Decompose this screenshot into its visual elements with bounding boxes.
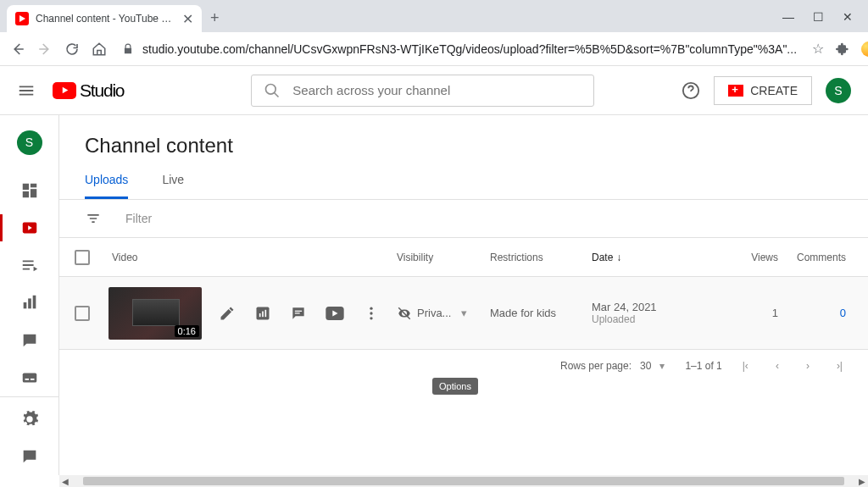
sidebar-item-content[interactable] [0, 209, 58, 246]
views-value: 1 [710, 307, 778, 319]
create-camera-icon [728, 85, 743, 97]
svg-rect-17 [295, 310, 302, 311]
browser-tab[interactable]: Channel content - YouTube Studio ✕ [7, 5, 202, 32]
edit-icon[interactable] [219, 305, 236, 322]
window-controls: — ☐ ✕ [782, 10, 868, 32]
new-tab-button[interactable]: + [202, 4, 228, 32]
tab-live[interactable]: Live [162, 173, 184, 199]
sort-desc-icon: ↓ [616, 252, 621, 263]
app-header: Studio CREATE S [0, 66, 868, 115]
window-maximize-icon[interactable]: ☐ [813, 10, 824, 24]
sidebar-item-playlists[interactable] [0, 246, 58, 284]
visibility-value: Priva... [417, 307, 451, 319]
home-icon[interactable] [92, 42, 107, 57]
comments-value[interactable]: 0 [778, 307, 846, 319]
col-date[interactable]: Date↓ [592, 252, 710, 263]
col-video[interactable]: Video [108, 252, 397, 263]
filter-icon[interactable] [85, 210, 102, 227]
svg-rect-4 [30, 189, 36, 197]
horizontal-scrollbar[interactable]: ◀ ▶ [59, 475, 868, 487]
search-input[interactable] [292, 83, 581, 97]
svg-rect-10 [22, 373, 36, 382]
col-comments[interactable]: Comments [778, 252, 846, 263]
tab-title: Channel content - YouTube Studio [36, 13, 175, 25]
account-avatar[interactable]: S [826, 78, 851, 103]
extensions-icon[interactable] [836, 42, 849, 56]
prev-page-icon[interactable]: ‹ [776, 360, 779, 372]
filter-bar[interactable]: Filter [59, 200, 868, 238]
lock-icon [122, 43, 134, 55]
scrollbar-thumb[interactable] [83, 477, 844, 485]
page-title: Channel content [59, 115, 868, 173]
sidebar-item-dashboard[interactable] [0, 172, 58, 209]
logo-text: Studio [80, 80, 124, 101]
svg-rect-2 [22, 184, 28, 190]
svg-rect-8 [28, 299, 31, 309]
row-actions [219, 305, 380, 322]
sidebar-item-feedback[interactable] [0, 438, 58, 475]
select-all-checkbox[interactable] [75, 250, 90, 265]
svg-rect-18 [295, 313, 300, 313]
svg-point-22 [370, 317, 372, 319]
table-header: Video Visibility Restrictions Date↓ View… [59, 238, 868, 277]
video-thumbnail[interactable]: 0:16 [108, 287, 202, 340]
date-status: Uploaded [592, 313, 710, 325]
url-text: studio.youtube.com/channel/UCsvGxwpnFRsN… [142, 42, 797, 56]
col-restrictions[interactable]: Restrictions [490, 252, 592, 263]
analytics-icon[interactable] [254, 305, 271, 322]
sidebar: S [0, 115, 59, 475]
watch-icon[interactable] [326, 307, 344, 320]
back-icon[interactable] [10, 42, 25, 57]
forward-icon[interactable] [37, 42, 53, 57]
bookmark-star-icon[interactable]: ☆ [812, 41, 824, 57]
svg-point-21 [370, 312, 372, 314]
address-bar[interactable]: studio.youtube.com/channel/UCsvGxwpnFRsN… [119, 42, 800, 56]
last-page-icon[interactable]: ›| [837, 360, 843, 372]
page-range: 1–1 of 1 [685, 360, 721, 372]
sidebar-item-subtitles[interactable] [0, 359, 58, 396]
reload-icon[interactable] [64, 42, 80, 57]
col-visibility[interactable]: Visibility [397, 252, 490, 263]
sidebar-item-comments[interactable] [0, 321, 58, 358]
options-tooltip: Options [432, 378, 478, 395]
restrictions-value: Made for kids [490, 307, 592, 319]
row-checkbox[interactable] [75, 306, 90, 321]
window-minimize-icon[interactable]: — [782, 10, 794, 24]
col-views[interactable]: Views [710, 252, 778, 263]
svg-point-0 [266, 84, 276, 94]
sidebar-channel-avatar[interactable]: S [17, 130, 42, 155]
search-icon [264, 82, 281, 99]
svg-rect-9 [32, 296, 36, 309]
next-page-icon[interactable]: › [806, 360, 810, 372]
filter-label: Filter [125, 212, 152, 225]
window-close-icon[interactable]: ✕ [843, 10, 853, 24]
help-icon[interactable] [682, 81, 700, 100]
extension-app-icon[interactable] [861, 42, 868, 57]
options-icon[interactable] [363, 305, 380, 322]
main-content: Channel content Uploads Live Filter Vide… [59, 115, 868, 475]
search-box[interactable] [251, 75, 594, 107]
browser-toolbar: studio.youtube.com/channel/UCsvGxwpnFRsN… [0, 32, 868, 66]
scroll-right-icon[interactable]: ▶ [856, 477, 868, 486]
studio-logo[interactable]: Studio [53, 80, 124, 101]
sidebar-item-settings[interactable] [0, 401, 58, 438]
tab-close-icon[interactable]: ✕ [182, 11, 193, 27]
videos-table: Video Visibility Restrictions Date↓ View… [59, 238, 868, 350]
svg-rect-3 [30, 184, 36, 188]
table-row[interactable]: 0:16 Priva... ▾ Made for kids [59, 277, 868, 350]
visibility-private-icon [397, 306, 412, 321]
date-value: Mar 24, 2021 [592, 301, 710, 313]
sidebar-item-analytics[interactable] [0, 284, 58, 321]
chevron-down-icon[interactable]: ▾ [461, 307, 467, 319]
rows-per-page-value[interactable]: 30 [640, 360, 651, 372]
hamburger-menu-icon[interactable] [17, 81, 36, 100]
comments-icon[interactable] [290, 305, 307, 322]
chevron-down-icon[interactable]: ▾ [659, 360, 665, 372]
svg-point-20 [370, 307, 372, 309]
create-label: CREATE [750, 84, 798, 97]
scroll-left-icon[interactable]: ◀ [59, 477, 71, 486]
first-page-icon[interactable]: |‹ [743, 360, 748, 372]
tab-uploads[interactable]: Uploads [85, 173, 128, 199]
create-button[interactable]: CREATE [714, 76, 812, 105]
video-duration: 0:16 [175, 325, 199, 337]
